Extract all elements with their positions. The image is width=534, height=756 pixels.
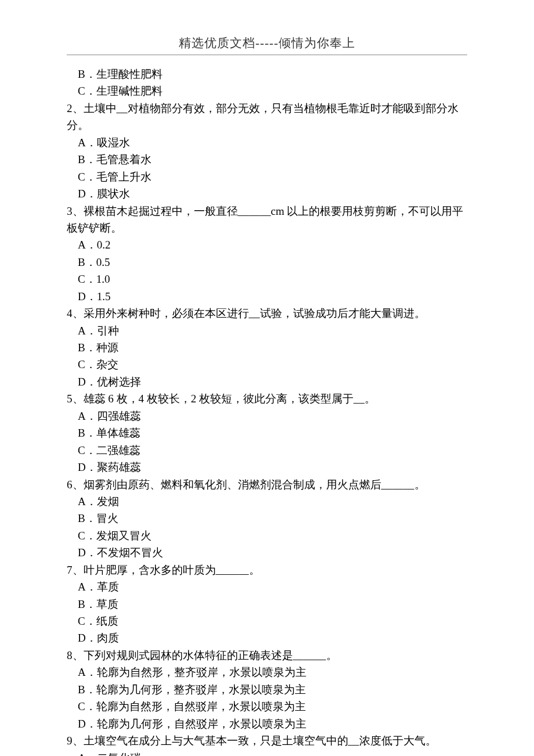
option-item: B．冒火	[67, 510, 467, 527]
option-item: B．单体雄蕊	[67, 424, 467, 441]
option-item: C．杂交	[67, 356, 467, 373]
option-item: C．二强雄蕊	[67, 442, 467, 459]
option-item: C．生理碱性肥料	[67, 82, 467, 99]
option-item: D．轮廓为几何形，自然驳岸，水景以喷泉为主	[67, 715, 467, 732]
option-item: A．发烟	[67, 493, 467, 510]
option-item: D．肉质	[67, 629, 467, 646]
option-item: C．1.0	[67, 271, 467, 287]
option-item: A．吸湿水	[67, 134, 467, 151]
option-item: D．不发烟不冒火	[67, 544, 467, 561]
option-item: C．纸质	[67, 613, 467, 629]
content-body: B．生理酸性肥料 C．生理碱性肥料 2、土壤中__对植物部分有效，部分无效，只有…	[67, 66, 467, 756]
option-item: C．轮廓为自然形，自然驳岸，水景以喷泉为主	[67, 698, 467, 715]
option-item: D．膜状水	[67, 185, 467, 202]
option-item: D．1.5	[67, 288, 467, 305]
option-item: A．引种	[67, 322, 467, 339]
option-item: B．生理酸性肥料	[67, 66, 467, 82]
page-header: 精选优质文档-----倾情为你奉上	[67, 35, 467, 51]
option-item: D．聚药雄蕊	[67, 459, 467, 476]
option-item: B．轮廓为几何形，整齐驳岸，水景以喷泉为主	[67, 681, 467, 698]
document-page: 精选优质文档-----倾情为你奉上 B．生理酸性肥料 C．生理碱性肥料 2、土壤…	[0, 0, 534, 756]
question-stem: 7、叶片肥厚，含水多的叶质为______。	[67, 561, 467, 578]
question-stem: 9、土壤空气在成分上与大气基本一致，只是土壤空气中的__浓度低于大气。	[67, 732, 467, 749]
question-stem: 6、烟雾剂由原药、燃料和氧化剂、消燃剂混合制成，用火点燃后______。	[67, 476, 467, 493]
option-item: B．种源	[67, 339, 467, 356]
option-item: A．轮廓为自然形，整齐驳岸，水景以喷泉为主	[67, 664, 467, 681]
option-item: C．毛管上升水	[67, 168, 467, 185]
question-stem: 3、裸根苗木起掘过程中，一般直径______cm 以上的根要用枝剪剪断，不可以用…	[67, 203, 467, 237]
question-stem: 5、雄蕊 6 枚，4 枚较长，2 枚较短，彼此分离，该类型属于__。	[67, 390, 467, 407]
question-stem: 8、下列对规则式园林的水体特征的正确表述是______。	[67, 647, 467, 664]
option-item: B．0.5	[67, 254, 467, 271]
question-stem: 2、土壤中__对植物部分有效，部分无效，只有当植物根毛靠近时才能吸到部分水分。	[67, 100, 467, 134]
option-item: D．优树选择	[67, 373, 467, 390]
option-item: A．0.2	[67, 236, 467, 253]
header-rule	[67, 55, 467, 55]
option-item: B．毛管悬着水	[67, 151, 467, 168]
option-item: A．四强雄蕊	[67, 408, 467, 424]
option-item: B．草质	[67, 596, 467, 613]
option-item: C．发烟又冒火	[67, 527, 467, 544]
option-item: A．革质	[67, 578, 467, 595]
question-stem: 4、采用外来树种时，必须在本区进行__试验，试验成功后才能大量调进。	[67, 305, 467, 322]
option-item: A．二氧化碳	[67, 750, 467, 757]
